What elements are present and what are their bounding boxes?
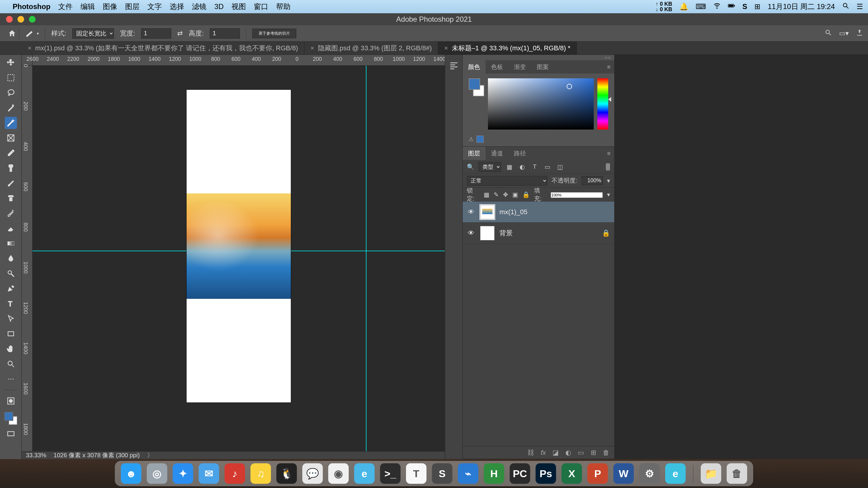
fg-bg-swatch[interactable] (469, 78, 484, 130)
slice-from-guides-button[interactable]: 基于参考线的切片 (252, 29, 296, 38)
menu-3d[interactable]: 3D (214, 2, 224, 11)
panel-tab-paths[interactable]: 路径 (508, 147, 531, 160)
hue-marker[interactable] (608, 97, 611, 102)
menu-layer[interactable]: 图层 (125, 2, 140, 11)
color-swatches[interactable] (4, 412, 18, 425)
dock-app-sublime[interactable]: S (432, 463, 453, 484)
move-tool[interactable] (5, 57, 17, 69)
hand-tool[interactable] (5, 343, 17, 355)
gradient-tool[interactable] (5, 237, 17, 250)
lock-all-icon[interactable]: 🔒 (522, 191, 530, 198)
healing-brush-tool[interactable] (5, 162, 17, 174)
notification-icon[interactable]: 🔔 (679, 2, 688, 11)
color-picker-ring[interactable] (567, 84, 572, 89)
document-tab[interactable]: × 隐藏图.psd @ 33.3% (图层 2, RGB/8#) (304, 41, 438, 55)
layer-row[interactable]: 👁 mx(1)_05 (463, 201, 614, 223)
lasso-tool[interactable] (5, 87, 17, 99)
dock-app-word[interactable]: W (613, 463, 634, 484)
crop-tool[interactable] (5, 117, 17, 129)
filter-adjust-icon[interactable]: ◐ (518, 163, 526, 171)
search-icon[interactable] (825, 29, 832, 38)
path-selection-tool[interactable] (5, 313, 17, 325)
workspace-switcher-icon[interactable]: ▭▾ (839, 30, 849, 37)
rectangle-tool[interactable] (5, 328, 17, 340)
layer-fx-icon[interactable]: fx (541, 449, 546, 457)
dock-app-launchpad[interactable]: ◎ (147, 463, 167, 484)
spotlight-icon[interactable] (842, 2, 849, 11)
width-input[interactable] (141, 28, 171, 38)
home-button[interactable] (5, 27, 19, 39)
paragraph-panel-icon[interactable] (449, 61, 459, 70)
panel-menu-icon[interactable]: ≡ (603, 150, 614, 157)
dock-app-pycharm[interactable]: PC (510, 463, 530, 484)
gamut-swatch[interactable] (476, 135, 484, 143)
clone-stamp-tool[interactable] (5, 192, 17, 204)
gamut-warning-icon[interactable]: ⚠ (469, 136, 473, 142)
lock-position-icon[interactable]: ✥ (503, 191, 508, 198)
adjustment-layer-icon[interactable]: ◐ (565, 449, 571, 457)
style-select[interactable]: 固定长宽比 (72, 28, 114, 38)
menu-edit[interactable]: 编辑 (81, 2, 95, 11)
artboard[interactable] (187, 90, 291, 402)
dock-app-textedit[interactable]: T (406, 463, 427, 484)
quick-mask-icon[interactable] (5, 395, 17, 407)
dodge-tool[interactable] (5, 267, 17, 280)
panel-tab-patterns[interactable]: 图案 (531, 60, 554, 73)
visibility-toggle-icon[interactable]: 👁 (467, 229, 475, 237)
dock-app-safari[interactable]: ✦ (173, 463, 193, 484)
menu-view[interactable]: 视图 (231, 2, 246, 11)
close-tab-icon[interactable]: × (310, 44, 314, 52)
dock-app-finder[interactable]: ☻ (121, 463, 141, 484)
close-tab-icon[interactable]: × (444, 44, 448, 52)
tool-preset-icon[interactable]: ▾ (25, 30, 39, 37)
history-brush-tool[interactable] (5, 207, 17, 219)
hue-slider[interactable] (597, 78, 608, 130)
opacity-input[interactable] (582, 176, 603, 185)
lock-artboard-icon[interactable]: ▣ (513, 191, 518, 198)
tray-icon-2[interactable]: ⊞ (754, 2, 761, 11)
dock-app-chrome[interactable]: ◉ (328, 463, 349, 484)
toolbox-collapse-grip[interactable]: «« (431, 0, 437, 1)
lock-transparency-icon[interactable]: ▦ (484, 191, 490, 198)
panel-menu-icon[interactable]: ≡ (603, 64, 614, 70)
fill-chevron-icon[interactable]: ▾ (607, 191, 610, 198)
filter-kind-select[interactable]: 类型 (478, 162, 501, 172)
guide-vertical[interactable] (366, 66, 367, 451)
document-tab[interactable]: × mx(1).psd @ 33.3% (如果有一天全世界都不要你了 请记住，还… (22, 41, 304, 55)
layer-group-icon[interactable]: ▭ (578, 449, 584, 457)
delete-layer-icon[interactable]: 🗑 (603, 449, 610, 457)
link-layers-icon[interactable]: ⛓ (527, 449, 534, 457)
swap-wh-icon[interactable]: ⇄ (177, 30, 183, 37)
placed-image[interactable] (187, 193, 291, 299)
menu-select[interactable]: 选择 (170, 2, 184, 11)
menubar-datetime[interactable]: 11月10日 周二 19:24 (768, 2, 835, 11)
dock-app-edge-old[interactable]: e (354, 463, 375, 484)
opacity-chevron-icon[interactable]: ▾ (607, 177, 610, 184)
menu-help[interactable]: 帮助 (276, 2, 290, 11)
dock-app-hbuilder[interactable]: H (484, 463, 504, 484)
panel-tab-color[interactable]: 颜色 (463, 60, 486, 73)
dock-folder[interactable]: 📁 (701, 463, 721, 484)
menu-filter[interactable]: 滤镜 (192, 2, 207, 11)
control-center-icon[interactable]: ☰ (857, 2, 863, 11)
dock-app-excel[interactable]: X (561, 463, 582, 484)
filter-type-icon[interactable]: T (530, 163, 539, 171)
zoom-tool[interactable] (5, 358, 17, 370)
lock-pixels-icon[interactable]: ✎ (494, 191, 499, 198)
tray-icon-1[interactable]: S (742, 2, 747, 11)
menu-image[interactable]: 图像 (103, 2, 117, 11)
ruler-horizontal[interactable]: 2600240022002000180016001400120010008006… (33, 55, 445, 66)
color-field[interactable] (488, 78, 594, 130)
menu-type[interactable]: 文字 (147, 2, 162, 11)
dock-app-edge[interactable]: e (665, 463, 686, 484)
dock-app-vscode[interactable]: ⌁ (458, 463, 478, 484)
brush-tool[interactable] (5, 177, 17, 189)
filter-smart-icon[interactable]: ◫ (556, 163, 564, 171)
dock-app-mail[interactable]: ✉ (198, 463, 219, 484)
zoom-level[interactable]: 33.33% (26, 452, 46, 459)
dock-app-wechat[interactable]: 💬 (302, 463, 323, 484)
marquee-tool[interactable] (5, 72, 17, 84)
dock-app-qqmusic[interactable]: ♫ (250, 463, 271, 484)
document-info[interactable]: 1026 像素 x 3078 像素 (300 ppi) (54, 451, 140, 459)
layer-mask-icon[interactable]: ◪ (553, 449, 559, 457)
